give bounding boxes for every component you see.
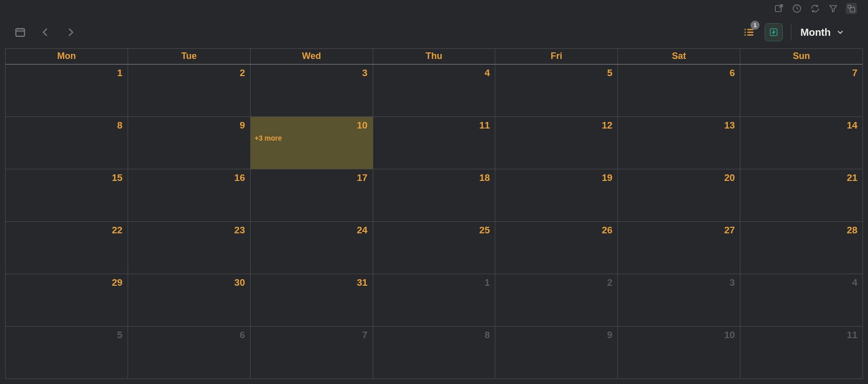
calendar-day-cell[interactable]: 26 [495, 222, 618, 274]
day-number: 19 [602, 172, 612, 183]
calendar-day-cell[interactable]: 13 [618, 117, 740, 169]
calendar-icon[interactable] [13, 25, 27, 39]
calendar-day-cell[interactable]: 24 [251, 222, 373, 274]
calendar-day-cell[interactable]: 9 [128, 117, 251, 169]
day-number: 11 [847, 330, 857, 341]
calendar-day-cell[interactable]: 11 [373, 117, 496, 169]
export-icon[interactable] [773, 3, 784, 14]
calendar-day-cell[interactable]: 4 [740, 274, 862, 326]
calendar-day-cell[interactable]: 18 [373, 169, 496, 221]
day-number: 30 [235, 277, 245, 288]
day-number: 5 [117, 330, 123, 341]
svg-point-7 [744, 32, 746, 33]
calendar-day-cell[interactable]: 9 [495, 327, 618, 378]
day-number: 8 [117, 120, 123, 131]
calendar-week-row: 2930311234 [6, 274, 862, 327]
filter-icon[interactable] [828, 3, 839, 14]
chevron-down-icon [836, 28, 845, 37]
calendar-grid: MonTueWedThuFriSatSun 12345678910+3 more… [5, 48, 863, 379]
calendar-day-cell[interactable]: 10+3 more [251, 117, 373, 169]
calendar-day-cell[interactable]: 3 [618, 274, 740, 326]
day-header: Mon [6, 49, 128, 64]
calendar-day-cell[interactable]: 11 [740, 327, 862, 378]
day-number: 24 [357, 225, 367, 236]
day-number: 13 [724, 120, 735, 131]
day-number: 8 [485, 330, 490, 341]
calendar-week-row: 15161718192021 [6, 169, 862, 222]
calendar-day-cell[interactable]: 16 [128, 169, 251, 221]
day-number: 2 [607, 277, 613, 288]
calendar-day-cell[interactable]: 6 [128, 327, 251, 378]
calendar-day-cell[interactable]: 1 [373, 274, 496, 326]
calendar-header: 1 Month [13, 22, 848, 42]
calendar-day-cell[interactable]: 8 [373, 327, 496, 378]
day-number: 22 [112, 225, 123, 236]
chevron-right-icon[interactable] [64, 25, 78, 39]
more-events-link[interactable]: +3 more [255, 134, 282, 142]
calendar-day-header-row: MonTueWedThuFriSatSun [6, 49, 862, 65]
calendar-day-cell[interactable]: 4 [373, 65, 496, 116]
calendar-day-cell[interactable]: 5 [495, 65, 618, 116]
system-toolbar [773, 3, 857, 14]
day-number: 31 [357, 277, 367, 288]
day-number: 20 [724, 172, 735, 183]
view-selector-label: Month [800, 27, 831, 38]
calendar-day-cell[interactable]: 6 [618, 65, 740, 116]
svg-point-9 [744, 34, 746, 36]
day-number: 10 [724, 330, 735, 341]
day-number: 17 [357, 172, 367, 183]
calendar-day-cell[interactable]: 28 [740, 222, 862, 274]
day-number: 9 [607, 330, 613, 341]
separator [791, 24, 791, 41]
calendar-day-cell[interactable]: 7 [740, 65, 862, 116]
calendar-day-cell[interactable]: 1 [6, 65, 128, 116]
day-header: Wed [251, 49, 373, 64]
calendar-day-cell[interactable]: 20 [618, 169, 740, 221]
chevron-left-icon[interactable] [38, 25, 52, 39]
day-number: 11 [479, 120, 490, 131]
quick-action-button[interactable] [765, 23, 783, 41]
calendar-day-cell[interactable]: 29 [6, 274, 128, 326]
calendar-day-cell[interactable]: 2 [128, 65, 251, 116]
day-number: 6 [240, 330, 245, 341]
day-number: 16 [235, 172, 245, 183]
day-number: 29 [112, 277, 123, 288]
calendar-day-cell[interactable]: 19 [495, 169, 618, 221]
day-number: 9 [240, 120, 245, 131]
day-number: 27 [724, 225, 735, 236]
calendar-week-row: 8910+3 more11121314 [6, 117, 862, 169]
calendar-day-cell[interactable]: 22 [6, 222, 128, 274]
view-selector[interactable]: Month [800, 27, 848, 38]
day-number: 7 [362, 330, 368, 341]
day-header: Thu [373, 49, 496, 64]
calendar-week-row: 22232425262728 [6, 222, 862, 274]
calendar-day-cell[interactable]: 3 [251, 65, 373, 116]
calendar-day-cell[interactable]: 8 [6, 117, 128, 169]
day-number: 12 [602, 120, 612, 131]
calendar-day-cell[interactable]: 21 [740, 169, 862, 221]
day-number: 1 [117, 68, 123, 79]
calendar-body: 12345678910+3 more1112131415161718192021… [6, 65, 862, 378]
calendar-day-cell[interactable]: 25 [373, 222, 496, 274]
calendar-day-cell[interactable]: 12 [495, 117, 618, 169]
calendar-day-cell[interactable]: 2 [495, 274, 618, 326]
day-number: 18 [479, 172, 490, 183]
layout-icon[interactable] [846, 3, 857, 14]
event-list-button[interactable]: 1 [740, 24, 758, 41]
calendar-day-cell[interactable]: 10 [618, 327, 740, 378]
refresh-icon[interactable] [809, 3, 821, 14]
day-number: 26 [602, 225, 612, 236]
calendar-day-cell[interactable]: 15 [6, 169, 128, 221]
day-number: 25 [479, 225, 490, 236]
day-number: 14 [847, 120, 857, 131]
calendar-day-cell[interactable]: 14 [740, 117, 862, 169]
calendar-day-cell[interactable]: 30 [128, 274, 251, 326]
calendar-day-cell[interactable]: 27 [618, 222, 740, 274]
calendar-day-cell[interactable]: 17 [251, 169, 373, 221]
calendar-week-row: 567891011 [6, 327, 862, 378]
calendar-day-cell[interactable]: 5 [6, 327, 128, 378]
calendar-day-cell[interactable]: 31 [251, 274, 373, 326]
calendar-day-cell[interactable]: 23 [128, 222, 251, 274]
calendar-day-cell[interactable]: 7 [251, 327, 373, 378]
history-icon[interactable] [791, 3, 802, 14]
